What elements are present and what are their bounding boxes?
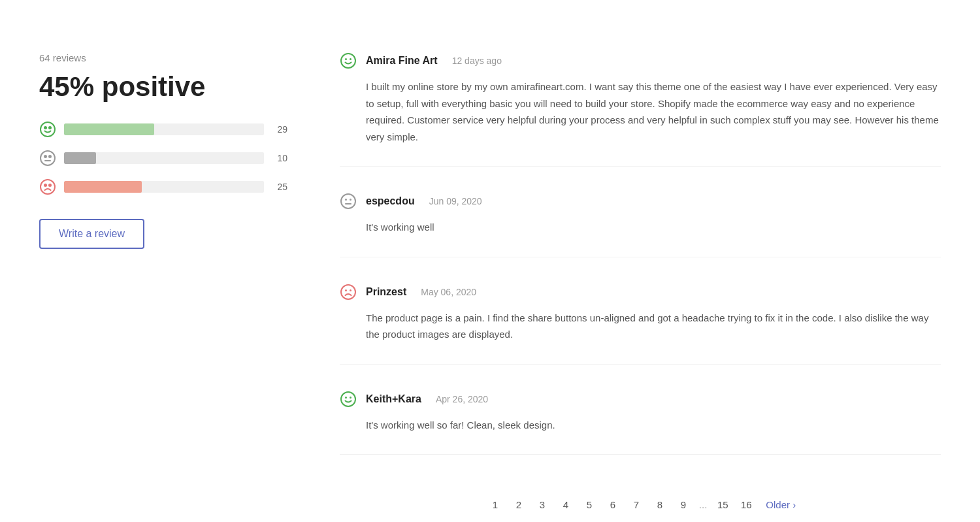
review-date: Apr 26, 2020 [436,394,488,404]
reviewer-name: Amira Fine Art [366,55,438,67]
review-text: It's working well so far! Clean, sleek d… [340,417,941,434]
review-sentiment-icon-negative [340,284,357,301]
svg-point-5 [49,155,51,157]
review-text: I built my online store by my own amiraf… [340,78,941,145]
bar-count-negative: 25 [272,182,287,192]
svg-point-7 [41,180,55,194]
svg-point-11 [345,58,347,60]
page-button-9[interactable]: 9 [673,494,694,515]
page-button-2[interactable]: 2 [508,494,529,515]
review-date: 12 days ago [452,56,502,66]
review-item: especdou Jun 09, 2020 It's working well [340,193,941,257]
svg-point-13 [341,194,355,208]
svg-point-9 [49,184,51,186]
svg-point-14 [345,199,347,201]
review-item: Keith+Kara Apr 26, 2020 It's working wel… [340,391,941,455]
left-panel: 64 reviews 45% positive 29 [39,52,287,515]
svg-point-21 [345,397,347,399]
page-container: 64 reviews 45% positive 29 [0,0,980,522]
bar-count-positive: 29 [272,124,287,135]
pagination: 1 2 3 4 5 6 7 8 9 ... 15 16 Older › [340,481,941,515]
positive-percent: 45% positive [39,71,287,103]
bar-fill-positive [64,123,154,135]
review-header: Amira Fine Art 12 days ago [340,52,941,69]
reviewer-name: Prinzest [366,286,406,298]
page-button-7[interactable]: 7 [626,494,647,515]
review-header: especdou Jun 09, 2020 [340,193,941,210]
svg-point-8 [44,184,46,186]
page-button-6[interactable]: 6 [602,494,623,515]
review-item: Prinzest May 06, 2020 The product page i… [340,284,941,365]
bar-track-positive [64,123,264,135]
bar-fill-neutral [64,152,96,164]
svg-point-4 [44,155,46,157]
write-review-button[interactable]: Write a review [39,219,144,249]
reviewer-name: especdou [366,195,415,207]
svg-point-10 [341,54,355,68]
rating-row-neutral: 10 [39,150,287,167]
svg-point-17 [341,285,355,299]
review-count: 64 reviews [39,52,287,63]
bar-count-neutral: 10 [272,153,287,163]
svg-point-22 [350,397,351,399]
review-text: It's working well [340,219,941,236]
smile-neutral-icon [39,150,56,167]
pagination-ellipsis: ... [696,499,710,510]
svg-point-2 [49,127,51,129]
bar-track-neutral [64,152,264,164]
svg-point-3 [41,151,55,165]
right-panel: Amira Fine Art 12 days ago I built my on… [340,52,941,515]
reviewer-name: Keith+Kara [366,393,421,405]
review-sentiment-icon-positive-2 [340,391,357,408]
rating-bars: 29 10 [39,121,287,195]
review-sentiment-icon-neutral [340,193,357,210]
review-item: Amira Fine Art 12 days ago I built my on… [340,52,941,167]
page-button-16[interactable]: 16 [736,494,757,515]
page-button-15[interactable]: 15 [712,494,733,515]
review-header: Prinzest May 06, 2020 [340,284,941,301]
review-text: The product page is a pain. I find the s… [340,310,941,343]
review-date: May 06, 2020 [421,287,476,297]
svg-point-19 [350,289,351,291]
rating-row-positive: 29 [39,121,287,138]
smile-negative-icon [39,178,56,195]
page-button-1[interactable]: 1 [485,494,506,515]
svg-point-20 [341,392,355,406]
svg-point-0 [41,122,55,137]
svg-point-12 [350,58,351,60]
svg-point-18 [345,289,347,291]
review-header: Keith+Kara Apr 26, 2020 [340,391,941,408]
bar-fill-negative [64,181,142,193]
page-button-4[interactable]: 4 [555,494,576,515]
page-button-3[interactable]: 3 [532,494,553,515]
review-date: Jun 09, 2020 [429,196,482,206]
svg-point-15 [350,199,351,201]
bar-track-negative [64,181,264,193]
older-button[interactable]: Older › [766,499,796,510]
svg-point-1 [44,127,46,129]
review-sentiment-icon-positive [340,52,357,69]
smile-positive-icon [39,121,56,138]
page-button-8[interactable]: 8 [649,494,670,515]
page-button-5[interactable]: 5 [579,494,600,515]
rating-row-negative: 25 [39,178,287,195]
